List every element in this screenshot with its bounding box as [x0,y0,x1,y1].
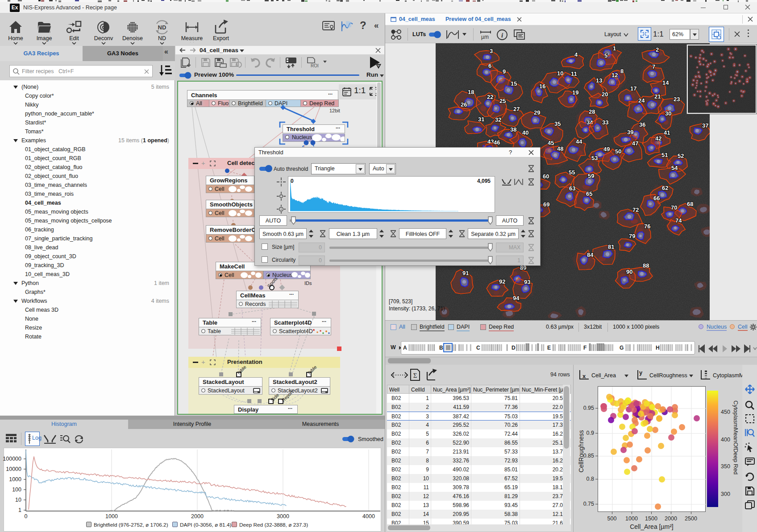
svg-text:A: A [403,345,407,351]
svg-text:6: 6 [488,62,491,69]
svg-text:28: 28 [589,108,595,115]
svg-text:90: 90 [626,268,632,275]
svg-text:81: 81 [608,243,614,250]
svg-text:4: 4 [574,51,578,58]
svg-text:45: 45 [548,140,554,146]
svg-text:24: 24 [638,97,645,104]
svg-text:38: 38 [510,126,516,133]
svg-text:12: 12 [611,72,618,78]
svg-text:9: 9 [503,68,506,75]
svg-text:25: 25 [499,98,506,104]
svg-text:55: 55 [569,169,575,176]
svg-text:92: 92 [499,278,505,285]
svg-text:52: 52 [678,153,684,159]
svg-text:x: x [582,373,586,379]
svg-text:66: 66 [653,195,660,202]
svg-text:H: H [656,345,660,351]
svg-text:26: 26 [461,101,467,108]
svg-text:11: 11 [571,70,577,77]
svg-text:48: 48 [557,145,563,152]
svg-text:59: 59 [588,173,594,179]
svg-text:50: 50 [615,148,621,155]
svg-text:ND: ND [158,24,166,31]
svg-text:47: 47 [632,140,638,147]
svg-text:18: 18 [468,89,474,95]
svg-text:37: 37 [702,122,708,129]
svg-text:!: ! [378,65,379,68]
svg-text:5: 5 [604,52,607,59]
svg-text:88: 88 [643,262,649,269]
svg-text:35: 35 [554,120,561,127]
svg-text:60: 60 [543,173,549,180]
svg-text:93: 93 [524,279,530,285]
svg-text:70: 70 [671,204,677,211]
svg-text:29: 29 [534,109,540,116]
svg-text:44: 44 [576,138,582,145]
svg-text:8: 8 [620,68,624,74]
svg-text:20: 20 [602,91,608,98]
svg-text:1: 1 [613,45,616,52]
svg-text:65: 65 [586,190,592,197]
svg-text:17: 17 [630,85,636,92]
svg-text:63: 63 [569,185,575,192]
svg-text:41: 41 [664,129,670,136]
svg-text:B: B [439,345,443,351]
svg-text:27: 27 [513,106,520,112]
svg-text:40: 40 [522,129,528,136]
svg-text:2: 2 [656,46,659,53]
svg-text:69: 69 [543,201,549,208]
svg-text:54: 54 [671,165,678,171]
svg-text:µm: µm [481,34,489,40]
svg-text:53: 53 [591,155,598,161]
svg-text:72: 72 [632,206,639,213]
svg-text:13: 13 [596,77,602,84]
svg-text:3: 3 [490,48,493,54]
svg-text:7: 7 [652,63,655,70]
svg-text:74: 74 [675,217,682,224]
svg-text:32: 32 [495,116,501,123]
svg-text:23: 23 [674,96,680,103]
svg-text:D: D [512,345,516,351]
svg-text:E: E [547,345,551,351]
svg-text:21: 21 [654,93,661,100]
svg-text:91: 91 [462,270,469,276]
svg-text:62: 62 [662,185,668,191]
svg-text:15: 15 [511,80,517,87]
svg-text:C: C [476,345,480,351]
svg-text:22: 22 [487,94,493,100]
svg-text:Σ: Σ [413,372,417,379]
svg-text:F: F [583,345,586,351]
svg-text:G: G [620,345,624,351]
svg-text:51: 51 [661,152,668,158]
svg-text:39: 39 [627,129,633,136]
svg-text:ROI: ROI [311,63,319,68]
svg-text:19: 19 [572,89,578,96]
svg-text:30: 30 [665,110,671,117]
svg-text:33: 33 [602,119,608,126]
svg-text:79: 79 [629,233,635,239]
svg-text:68: 68 [687,201,693,207]
svg-text:i: i [501,32,503,39]
svg-text:46: 46 [494,139,500,146]
svg-text:76: 76 [644,223,650,230]
svg-text:42: 42 [655,135,661,142]
svg-text:84: 84 [587,252,594,258]
svg-text:31: 31 [478,116,484,123]
svg-text:36: 36 [639,121,645,128]
svg-text:94: 94 [513,295,520,301]
svg-text:14: 14 [662,79,669,86]
svg-text:16: 16 [539,83,545,90]
svg-text:y: y [639,369,643,376]
